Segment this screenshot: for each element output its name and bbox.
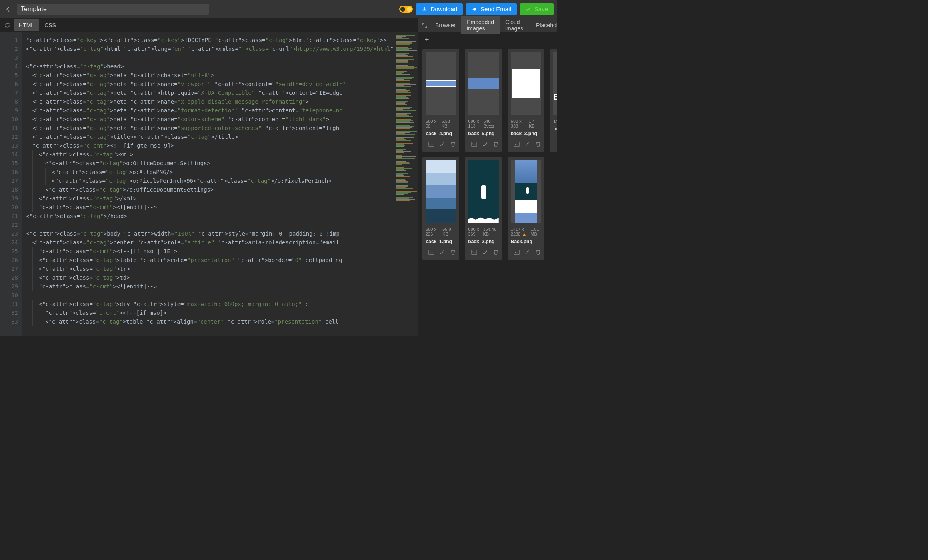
asset-thumbnail[interactable] bbox=[468, 160, 498, 223]
asset-code-button[interactable] bbox=[514, 249, 520, 256]
code-editor[interactable]: 1234567891011121314151617181920212223242… bbox=[0, 32, 418, 336]
refresh-button[interactable] bbox=[2, 22, 14, 28]
asset-edit-button[interactable] bbox=[482, 141, 488, 148]
tab-browser[interactable]: Browser bbox=[430, 19, 461, 31]
terminal-icon bbox=[471, 141, 477, 147]
asset-card: ELLOWAVE140 x 10313.39 KBlogo.png bbox=[550, 49, 557, 152]
asset-edit-button[interactable] bbox=[524, 141, 530, 148]
asset-edit-button[interactable] bbox=[524, 249, 530, 256]
asset-toolbar: + bbox=[418, 32, 557, 47]
asset-dimensions: 680 x 226 bbox=[426, 227, 442, 236]
asset-dimensions: 680 x 338 bbox=[511, 119, 529, 128]
add-asset-button[interactable]: + bbox=[422, 34, 432, 46]
asset-thumbnail[interactable] bbox=[426, 52, 456, 115]
trash-icon bbox=[493, 249, 499, 255]
asset-size: 364.46 KB bbox=[483, 227, 498, 236]
svg-rect-9 bbox=[472, 250, 477, 254]
asset-delete-button[interactable] bbox=[450, 249, 456, 256]
asset-delete-button[interactable] bbox=[535, 249, 541, 256]
asset-code-button[interactable] bbox=[428, 141, 434, 148]
arrow-left-icon bbox=[5, 6, 12, 12]
expand-button[interactable] bbox=[420, 20, 430, 30]
download-label: Download bbox=[430, 6, 457, 12]
code-content[interactable]: "c-attr">class="c-key"><"c-attr">class="… bbox=[22, 32, 394, 336]
asset-filename: back_2.png bbox=[468, 239, 498, 244]
refresh-icon bbox=[5, 22, 10, 28]
expand-icon bbox=[422, 23, 427, 28]
asset-filename: back_3.png bbox=[511, 131, 541, 136]
theme-toggle[interactable] bbox=[399, 6, 413, 13]
svg-rect-4 bbox=[429, 142, 434, 146]
pencil-icon bbox=[482, 141, 488, 147]
asset-filename: Back.png bbox=[511, 239, 541, 244]
asset-code-button[interactable] bbox=[514, 141, 520, 148]
asset-dimensions: 680 x 113 bbox=[468, 119, 483, 128]
asset-filename: back_4.png bbox=[426, 131, 456, 136]
asset-delete-button[interactable] bbox=[450, 141, 456, 148]
pencil-icon bbox=[439, 141, 445, 147]
tab-placeholders[interactable]: Placeholders bbox=[530, 19, 557, 31]
tab-css[interactable]: CSS bbox=[39, 19, 61, 31]
asset-filename: back_1.png bbox=[426, 239, 456, 244]
asset-code-button[interactable] bbox=[471, 249, 477, 256]
asset-thumbnail[interactable] bbox=[511, 160, 541, 223]
pencil-icon bbox=[439, 249, 445, 255]
asset-size: 540 Bytes bbox=[483, 119, 498, 128]
asset-code-button[interactable] bbox=[471, 141, 477, 148]
send-email-label: Send Email bbox=[480, 6, 511, 12]
asset-delete-button[interactable] bbox=[493, 141, 499, 148]
download-button[interactable]: Download bbox=[416, 3, 463, 15]
asset-thumbnail[interactable] bbox=[468, 52, 498, 115]
save-button[interactable]: Save bbox=[520, 3, 554, 15]
pencil-icon bbox=[524, 249, 530, 255]
top-bar: Template Download Send Email Save bbox=[0, 0, 557, 18]
asset-thumbnail[interactable]: ELLOWAVE bbox=[553, 52, 557, 115]
minimap[interactable] bbox=[394, 32, 418, 336]
check-icon bbox=[526, 6, 531, 12]
terminal-icon bbox=[471, 249, 477, 255]
send-icon bbox=[472, 6, 477, 12]
asset-card: 1417 x 2280▲1.51 MBBack.png bbox=[508, 157, 544, 260]
asset-size: 5.58 KB bbox=[442, 119, 456, 128]
asset-size: 1.4 KB bbox=[529, 119, 541, 128]
template-title-input[interactable]: Template bbox=[17, 4, 209, 15]
line-gutter: 1234567891011121314151617181920212223242… bbox=[0, 32, 22, 336]
asset-dimensions: 1417 x 2280▲ bbox=[511, 227, 531, 236]
tab-cloud-images[interactable]: Cloud images bbox=[500, 16, 530, 34]
asset-delete-button[interactable] bbox=[493, 249, 499, 256]
asset-size: 65.8 KB bbox=[442, 227, 456, 236]
save-label: Save bbox=[534, 6, 548, 12]
asset-thumbnail[interactable] bbox=[426, 160, 456, 223]
asset-edit-button[interactable] bbox=[439, 249, 445, 256]
svg-rect-8 bbox=[429, 250, 434, 254]
back-button[interactable] bbox=[3, 4, 14, 14]
asset-edit-button[interactable] bbox=[439, 141, 445, 148]
svg-rect-5 bbox=[472, 142, 477, 146]
trash-icon bbox=[535, 141, 541, 147]
asset-card: 680 x 3381.4 KBback_3.png bbox=[508, 49, 544, 152]
asset-size: 1.51 MB bbox=[530, 227, 541, 236]
asset-code-button[interactable] bbox=[428, 249, 434, 256]
preview-tabbar: Browser Embedded images Cloud images Pla… bbox=[418, 18, 557, 32]
terminal-icon bbox=[514, 249, 520, 255]
terminal-icon bbox=[428, 249, 434, 255]
asset-dimensions: 140 x 103 bbox=[553, 119, 557, 124]
asset-card: 680 x 369364.46 KBback_2.png bbox=[465, 157, 502, 260]
asset-edit-button[interactable] bbox=[482, 249, 488, 256]
asset-thumbnail[interactable] bbox=[511, 52, 541, 115]
asset-card: 680 x 22665.8 KBback_1.png bbox=[422, 157, 459, 260]
trash-icon bbox=[493, 141, 499, 147]
download-icon bbox=[422, 6, 427, 12]
pencil-icon bbox=[482, 249, 488, 255]
asset-gallery: 680 x 505.58 KBback_4.png680 x 113540 By… bbox=[418, 47, 557, 336]
asset-filename: back_5.png bbox=[468, 131, 498, 136]
svg-rect-10 bbox=[514, 250, 519, 254]
send-email-button[interactable]: Send Email bbox=[466, 3, 517, 15]
terminal-icon bbox=[514, 141, 520, 147]
trash-icon bbox=[535, 249, 541, 255]
asset-delete-button[interactable] bbox=[535, 141, 541, 148]
tab-embedded-images[interactable]: Embedded images bbox=[461, 16, 500, 34]
asset-card: 680 x 505.58 KBback_4.png bbox=[422, 49, 459, 152]
tab-html[interactable]: HTML bbox=[14, 19, 39, 31]
trash-icon bbox=[450, 141, 456, 147]
